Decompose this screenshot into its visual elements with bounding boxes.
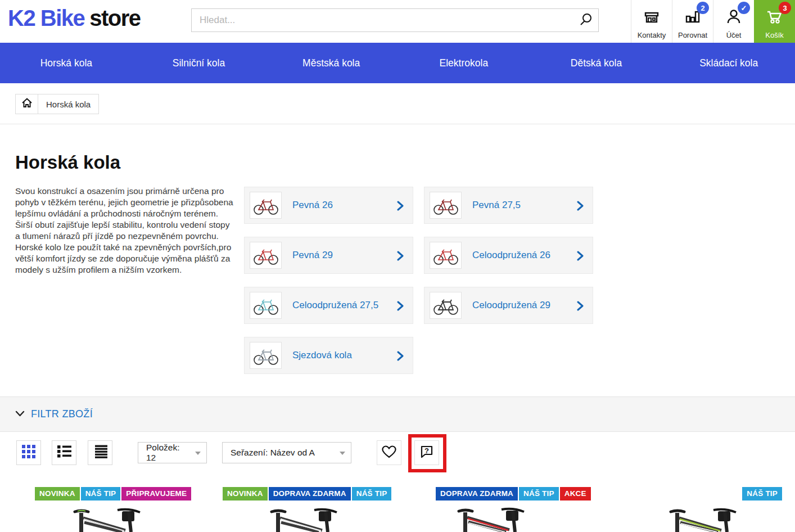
logo-part2: store bbox=[89, 6, 140, 30]
contacts-label: Kontakty bbox=[638, 31, 666, 39]
subcategory-tile-celoodpruzena-27-5[interactable]: Celoodpružená 27,5 bbox=[244, 287, 413, 324]
subcategory-label: Celoodpružená 26 bbox=[472, 250, 550, 261]
badge-doprava-zdarma: DOPRAVA ZDARMA bbox=[436, 487, 518, 501]
compare-button[interactable]: 2 Porovnat bbox=[672, 0, 713, 43]
favorites-button[interactable] bbox=[377, 440, 401, 465]
home-icon bbox=[21, 97, 33, 111]
subcategory-label: Pevná 29 bbox=[292, 250, 333, 261]
subcategory-label: Pevná 26 bbox=[292, 200, 333, 211]
chevron-right-icon bbox=[397, 201, 404, 213]
bike-thumbnail bbox=[250, 242, 282, 269]
product-image-partial-2[interactable] bbox=[256, 508, 351, 532]
badge-nas-tip: NÁŠ TIP bbox=[352, 487, 392, 501]
badge-novinka: NOVINKA bbox=[35, 487, 80, 501]
sort-dropdown[interactable]: Seřazení: Název od A bbox=[222, 442, 351, 463]
chevron-right-icon bbox=[397, 301, 404, 313]
product-badges-4: NÁŠ TIP bbox=[742, 487, 782, 501]
filter-toggle[interactable]: FILTR ZBOŽÍ bbox=[0, 396, 795, 432]
cart-count-badge: 3 bbox=[779, 2, 791, 14]
logo-part1: K2 Bike bbox=[8, 6, 84, 30]
list-view-icon bbox=[57, 445, 71, 461]
chevron-right-icon bbox=[577, 301, 584, 313]
nav-item-elektrokola[interactable]: Elektrokola bbox=[398, 57, 530, 69]
subcategory-tile-pevna-26[interactable]: Pevná 26 bbox=[244, 187, 413, 224]
items-per-page-value: Položek: 12 bbox=[146, 443, 189, 463]
subcategory-label: Sjezdová kola bbox=[292, 350, 352, 361]
subcategory-grid: Pevná 26 Pevná 27,5 Pevná 29 Celoodpruže… bbox=[244, 187, 593, 374]
product-image-partial-3[interactable] bbox=[443, 507, 539, 532]
product-image-partial-4[interactable] bbox=[655, 508, 751, 532]
nav-item-skladaci-kola[interactable]: Skládací kola bbox=[662, 57, 795, 69]
question-bubble-button[interactable]: ? bbox=[414, 440, 439, 465]
badge-nas-tip: NÁŠ TIP bbox=[519, 487, 559, 501]
search-icon bbox=[579, 20, 593, 29]
product-image-partial-1[interactable] bbox=[59, 508, 155, 532]
header: K2 Bikestore Kontakty 2 bbox=[0, 0, 795, 43]
filter-label: FILTR ZBOŽÍ bbox=[31, 408, 93, 420]
bike-thumbnail bbox=[430, 292, 462, 319]
breadcrumb: Horská kola bbox=[15, 94, 99, 114]
account-status-badge: ✓ bbox=[738, 2, 750, 14]
badge-nas-tip: NÁŠ TIP bbox=[81, 487, 121, 501]
compact-list-view-icon bbox=[93, 445, 107, 461]
page-title: Horská kola bbox=[15, 152, 120, 173]
chevron-right-icon bbox=[397, 251, 404, 263]
search-button[interactable] bbox=[576, 11, 595, 29]
bike-thumbnail bbox=[430, 192, 462, 219]
subcategory-label: Celoodpružená 27,5 bbox=[292, 300, 378, 311]
bike-thumbnail bbox=[250, 292, 282, 319]
view-list-button[interactable] bbox=[52, 440, 76, 465]
badge-nas-tip: NÁŠ TIP bbox=[742, 487, 782, 501]
breadcrumb-home[interactable] bbox=[16, 94, 38, 114]
view-grid-button[interactable] bbox=[16, 440, 41, 465]
chevron-right-icon bbox=[397, 351, 404, 363]
badge-doprava-zdarma: DOPRAVA ZDARMA bbox=[269, 487, 351, 501]
caret-down-icon bbox=[195, 452, 201, 455]
view-compact-button[interactable] bbox=[88, 440, 112, 465]
subcategory-tile-sjezdova-kola[interactable]: Sjezdová kola bbox=[244, 337, 413, 374]
cart-button[interactable]: 3 Košík bbox=[754, 0, 795, 43]
subcategory-label: Celoodpružená 29 bbox=[472, 300, 550, 311]
divider bbox=[0, 124, 795, 124]
account-button[interactable]: ✓ Účet bbox=[713, 0, 754, 43]
nav-item-horska-kola[interactable]: Horská kola bbox=[0, 57, 133, 69]
bike-thumbnail bbox=[250, 192, 282, 219]
bike-thumbnail bbox=[430, 242, 462, 269]
store-logo[interactable]: K2 Bikestore bbox=[8, 6, 141, 31]
subcategory-tile-pevna-27-5[interactable]: Pevná 27,5 bbox=[424, 187, 593, 224]
contacts-button[interactable]: Kontakty bbox=[631, 0, 672, 43]
badge-akce: AKCE bbox=[560, 487, 591, 501]
chevron-right-icon bbox=[577, 201, 584, 213]
badge-novinka: NOVINKA bbox=[223, 487, 268, 501]
sort-value: Seřazení: Název od A bbox=[231, 448, 315, 458]
product-badges-3: DOPRAVA ZDARMA NÁŠ TIP AKCE bbox=[436, 487, 592, 501]
page: K2 Bikestore Kontakty 2 bbox=[0, 0, 795, 532]
subcategory-tile-pevna-29[interactable]: Pevná 29 bbox=[244, 237, 413, 274]
nav-item-detska-kola[interactable]: Dětská kola bbox=[530, 57, 663, 69]
product-badges-2: NOVINKA DOPRAVA ZDARMA NÁŠ TIP bbox=[223, 487, 392, 501]
header-actions: Kontakty 2 Porovnat ✓ Účet 3 bbox=[631, 0, 795, 43]
nav-item-mestska-kola[interactable]: Městská kola bbox=[265, 57, 398, 69]
chevron-right-icon bbox=[577, 251, 584, 263]
search-input[interactable] bbox=[191, 8, 599, 32]
heart-icon bbox=[381, 444, 397, 461]
chevron-down-icon bbox=[15, 409, 25, 420]
items-per-page-dropdown[interactable]: Položek: 12 bbox=[138, 442, 207, 463]
caret-down-icon bbox=[340, 452, 345, 455]
subcategory-label: Pevná 27,5 bbox=[472, 200, 521, 211]
category-description: Svou konstrukcí a osazením jsou primárně… bbox=[15, 186, 237, 276]
question-bubble-icon: ? bbox=[419, 444, 435, 462]
grid-view-icon bbox=[22, 445, 35, 461]
account-label: Účet bbox=[726, 31, 742, 39]
compare-label: Porovnat bbox=[678, 31, 707, 39]
search-bar bbox=[191, 8, 599, 32]
compare-count-badge: 2 bbox=[697, 2, 709, 14]
subcategory-tile-celoodpruzena-29[interactable]: Celoodpružená 29 bbox=[424, 287, 593, 324]
breadcrumb-current[interactable]: Horská kola bbox=[38, 94, 98, 114]
nav-item-silnicni-kola[interactable]: Silniční kola bbox=[133, 57, 265, 69]
bike-thumbnail bbox=[250, 342, 282, 369]
svg-text:?: ? bbox=[424, 447, 429, 455]
subcategory-tile-celoodpruzena-26[interactable]: Celoodpružená 26 bbox=[424, 237, 593, 274]
cart-label: Košík bbox=[765, 31, 784, 39]
main-nav: Horská kola Silniční kola Městská kola E… bbox=[0, 43, 795, 83]
